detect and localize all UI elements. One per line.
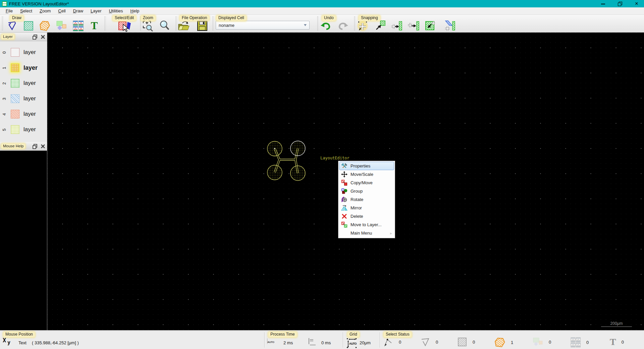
snap-corner-icon[interactable] [374, 20, 386, 32]
close-button[interactable]: × [634, 1, 639, 6]
scale-bar: 200μm [601, 321, 632, 327]
layer-label[interactable]: layer [23, 80, 36, 87]
group-label-displayed-cell: Displayed Cell [216, 15, 246, 21]
layer-index: 1 [2, 64, 7, 71]
draw-path-icon[interactable] [7, 20, 18, 32]
draw-text-icon[interactable]: T [89, 20, 100, 32]
box-icon [457, 337, 467, 347]
layer-row-0[interactable]: 0 layer [0, 45, 47, 60]
grid-label: Grid [347, 332, 359, 337]
menu-layer[interactable]: Layer [88, 8, 105, 14]
cellref-icon [533, 337, 543, 347]
menu-utilities[interactable]: Utilities [106, 8, 126, 14]
layer-index: 5 [2, 126, 7, 133]
context-item-delete[interactable]: Delete [339, 212, 394, 220]
snap-edge-icon[interactable] [391, 20, 402, 32]
toolbar-drag-handle[interactable] [354, 16, 356, 31]
title-bar[interactable]: FREE VERSION LayoutEditor* × [0, 0, 644, 7]
select-status-vertex: 0 [383, 337, 401, 347]
layer-color-swatch[interactable] [11, 63, 19, 72]
text-icon: T [610, 337, 616, 347]
menu-draw[interactable]: Draw [70, 8, 86, 14]
group-label-draw: Draw [10, 15, 23, 21]
mouse-help-panel-header[interactable]: Mouse Help [0, 142, 47, 151]
array-icon [570, 337, 581, 348]
toolbar-drag-handle[interactable] [213, 16, 214, 31]
select-status-cellref: 0 [533, 337, 551, 347]
save-icon[interactable] [197, 20, 208, 32]
layer-panel-float-button[interactable] [32, 34, 38, 40]
open-file-icon[interactable] [178, 20, 191, 32]
draw-cellref-icon[interactable] [56, 20, 67, 32]
draw-polygon-icon[interactable] [39, 20, 50, 32]
layer-label[interactable]: layer [23, 95, 36, 102]
restore-button[interactable] [617, 1, 623, 6]
layer-color-swatch[interactable] [11, 94, 19, 103]
select-status-polygon: 1 [494, 337, 513, 348]
redo-icon[interactable] [337, 20, 349, 32]
displayed-cell-combobox[interactable]: noname [216, 21, 310, 30]
snap-segment-icon[interactable] [408, 20, 419, 32]
process-auto-icon: AUTO [267, 338, 268, 344]
layer-label[interactable]: layer [23, 49, 36, 56]
layer-panel-header[interactable]: Layer [0, 33, 47, 41]
process-time-label: Process Time [268, 332, 297, 337]
layer-row-1[interactable]: 1 layer [0, 60, 47, 76]
snap-inside-icon[interactable] [425, 20, 436, 32]
context-item-copy-move[interactable]: Copy/Move [339, 179, 394, 187]
mouse-cursor-icon [123, 24, 130, 34]
layer-row-2[interactable]: 2 layer [0, 76, 47, 91]
context-item-mirror[interactable]: Mirror [339, 204, 394, 212]
menu-file[interactable]: File [3, 8, 16, 14]
mouse-help-panel-title: Mouse Help [1, 144, 25, 149]
context-item-rotate[interactable]: Rotate [339, 195, 394, 204]
undo-icon[interactable] [320, 20, 331, 32]
menu-zoom[interactable]: Zoom [37, 8, 54, 14]
magnifier-icon[interactable] [159, 20, 170, 32]
context-item-main-menu[interactable]: Main Menu ▸ [339, 229, 394, 237]
toolbar-drag-handle[interactable] [176, 16, 177, 31]
layer-label[interactable]: layer [23, 64, 38, 71]
mouse-help-float-button[interactable] [32, 143, 38, 150]
layer-row-5[interactable]: 5 layer [0, 122, 47, 137]
context-item-move-scale[interactable]: Move/Scale [339, 170, 394, 179]
polygon-icon [494, 337, 505, 348]
context-item-group[interactable]: Group [339, 187, 394, 195]
menu-help[interactable]: Help [127, 8, 143, 14]
render-time-icon [309, 338, 309, 344]
minimize-button[interactable] [600, 1, 606, 6]
layer-color-swatch[interactable] [11, 79, 19, 88]
layer-label[interactable]: layer [23, 111, 36, 117]
mirror-icon [341, 205, 347, 211]
draw-box-icon[interactable] [23, 20, 34, 32]
statusbar-separator [264, 332, 265, 348]
snap-diagonal-icon[interactable] [444, 20, 455, 32]
snap-grid-icon[interactable] [357, 20, 368, 32]
menu-select[interactable]: Select [17, 8, 35, 14]
layer-row-3[interactable]: 3 layer [0, 91, 47, 106]
submenu-arrow-icon: ▸ [390, 231, 392, 236]
chevron-down-icon [304, 24, 307, 26]
layer-panel-close-button[interactable] [40, 34, 46, 40]
draw-array-icon[interactable] [72, 20, 84, 32]
move-to-layer-icon [341, 222, 347, 228]
toolbar-drag-handle[interactable] [317, 16, 319, 31]
layer-color-swatch[interactable] [11, 125, 19, 134]
copy-move-icon [341, 180, 347, 186]
grid-value: 20μm [360, 340, 371, 345]
layer-color-swatch[interactable] [11, 48, 19, 57]
toolbar-drag-handle[interactable] [2, 16, 3, 31]
context-item-properties[interactable]: Properties [339, 162, 394, 170]
mouse-help-close-button[interactable] [40, 143, 46, 150]
zoom-area-icon[interactable] [142, 20, 154, 32]
layer-label[interactable]: layer [23, 126, 36, 133]
select-status-box: 0 [457, 337, 475, 347]
menu-bar: File Select Zoom Cell Draw Layer Utiliti… [0, 7, 644, 15]
process-time-value: 2 ms [283, 340, 293, 345]
layer-row-4[interactable]: 4 layer [0, 106, 47, 122]
context-item-move-to-layer[interactable]: Move to Layer... [339, 220, 394, 229]
menu-cell[interactable]: Cell [55, 8, 68, 14]
layer-index: 4 [2, 111, 7, 117]
layer-color-swatch[interactable] [11, 110, 19, 118]
toolbar-drag-handle[interactable] [105, 16, 106, 31]
